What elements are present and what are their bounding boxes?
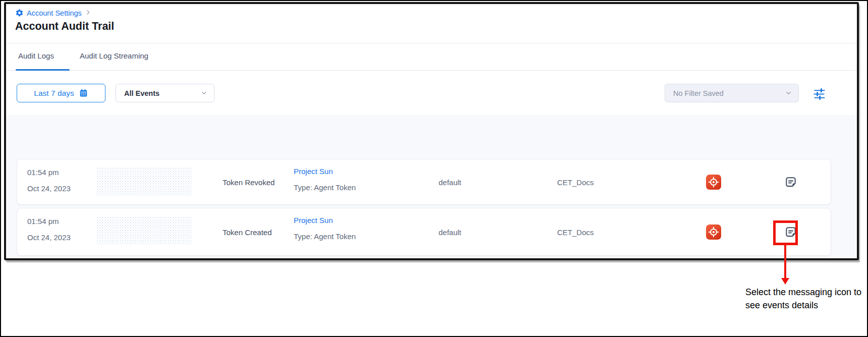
saved-filter-dropdown[interactable]: No Filter Saved xyxy=(665,84,799,102)
event-time: 01:54 pm xyxy=(27,217,59,226)
breadcrumb: Account Settings xyxy=(15,9,91,17)
saved-filter-value: No Filter Saved xyxy=(673,89,724,97)
audit-trail-window: Account Settings Account Audit Trail Aud… xyxy=(4,2,859,260)
breadcrumb-label: Account Settings xyxy=(27,9,82,17)
header-divider xyxy=(6,43,857,43)
event-date: Oct 24, 2023 xyxy=(27,184,71,193)
date-range-button[interactable]: Last 7 days xyxy=(17,84,105,102)
page-title: Account Audit Trail xyxy=(15,20,114,33)
event-time: 01:54 pm xyxy=(27,168,59,177)
tabs-divider xyxy=(6,70,857,71)
calendar-icon xyxy=(79,88,88,98)
tab-audit-logs[interactable]: Audit Logs xyxy=(18,51,54,60)
breadcrumb-account-settings-link[interactable]: Account Settings xyxy=(15,9,82,17)
redacted-user-pattern xyxy=(96,167,191,196)
event-action: Token Revoked xyxy=(223,178,275,186)
redacted-user-pattern xyxy=(96,216,191,245)
active-tab-underline xyxy=(16,69,70,71)
target-module-icon xyxy=(706,224,721,240)
project-value: CET_Docs xyxy=(557,228,594,236)
annotation-arrow-head xyxy=(781,278,789,285)
event-type-value: All Events xyxy=(124,89,159,97)
target-module-icon xyxy=(706,175,721,190)
event-action: Token Created xyxy=(223,228,272,236)
chevron-down-icon xyxy=(200,89,208,97)
project-value: CET_Docs xyxy=(557,178,594,186)
annotation-arrow-line xyxy=(784,245,786,278)
date-range-label: Last 7 days xyxy=(34,89,74,98)
resource-type: Type: Agent Token xyxy=(294,183,356,192)
resource-type: Type: Agent Token xyxy=(294,232,356,241)
resource-link[interactable]: Project Sun xyxy=(294,216,333,224)
chevron-down-icon xyxy=(785,89,792,97)
organization-value: default xyxy=(439,178,461,186)
annotation-highlight-box xyxy=(773,220,798,245)
filter-sliders-icon[interactable] xyxy=(811,86,827,101)
table-row: 01:54 pm Oct 24, 2023 Token Created Proj… xyxy=(17,208,831,256)
tab-audit-log-streaming[interactable]: Audit Log Streaming xyxy=(80,51,148,60)
resource-link[interactable]: Project Sun xyxy=(294,167,333,176)
gear-icon xyxy=(15,9,24,17)
annotation-caption: Select the messaging icon to see events … xyxy=(745,286,864,312)
event-type-dropdown[interactable]: All Events xyxy=(116,84,214,102)
message-note-icon[interactable] xyxy=(784,176,797,189)
chevron-right-icon xyxy=(85,9,91,17)
table-row: 01:54 pm Oct 24, 2023 Token Revoked Proj… xyxy=(17,159,831,205)
event-date: Oct 24, 2023 xyxy=(27,233,71,242)
organization-value: default xyxy=(439,228,461,236)
